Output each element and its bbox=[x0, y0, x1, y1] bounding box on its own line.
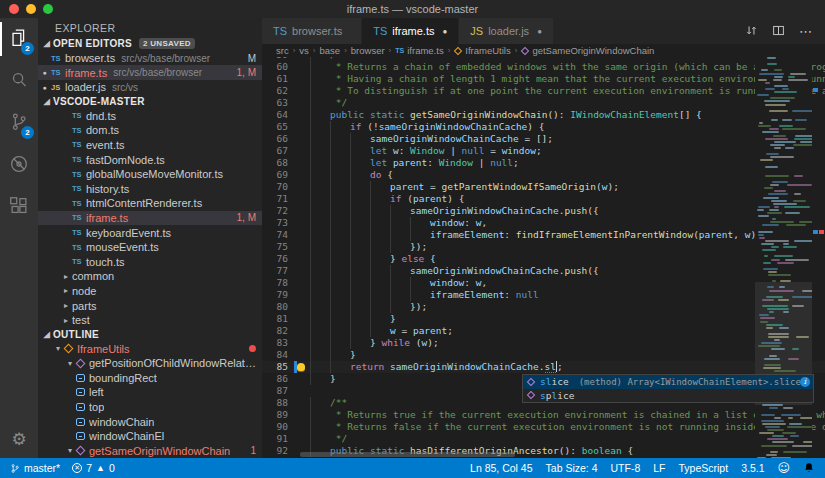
open-editors-header[interactable]: ◢ OPEN EDITORS 2 UNSAVED bbox=[38, 37, 262, 51]
breadcrumb-item[interactable]: getSameOriginWindowChain bbox=[521, 45, 654, 56]
tree-item-file[interactable]: TSdom.ts bbox=[38, 123, 262, 138]
activity-item-search[interactable] bbox=[0, 60, 38, 102]
outline-item[interactable]: ▾getSameOriginWindowChain1 bbox=[38, 443, 262, 458]
code-line[interactable]: 81} bbox=[262, 313, 825, 325]
code-line[interactable]: 62 * To distinguish if at one point the … bbox=[262, 85, 825, 97]
breadcrumb-item[interactable]: base bbox=[320, 45, 341, 56]
more-actions-icon[interactable]: ⋯ bbox=[799, 24, 813, 39]
tree-item-file[interactable]: TShtmlContentRenderer.ts bbox=[38, 196, 262, 211]
status-item-lf[interactable]: LF bbox=[653, 462, 665, 474]
code-line[interactable]: 72sameOriginWindowChainCache.push({ bbox=[262, 205, 825, 217]
dirty-dot-icon[interactable]: ● bbox=[442, 27, 447, 36]
tree-item-file[interactable]: TSkeyboardEvent.ts bbox=[38, 225, 262, 240]
dirty-dot-icon[interactable]: ● bbox=[537, 27, 542, 36]
breadcrumb-item[interactable]: vs bbox=[299, 45, 309, 56]
tree-item-file[interactable]: TSglobalMouseMoveMonitor.ts bbox=[38, 167, 262, 182]
code-line[interactable]: 85return sameOriginWindowChainCache.sl; bbox=[262, 361, 825, 373]
tree-item-file[interactable]: TSmouseEvent.ts bbox=[38, 240, 262, 255]
tree-item-file[interactable]: TStouch.ts bbox=[38, 254, 262, 269]
info-icon[interactable]: i bbox=[800, 377, 810, 387]
outline-item[interactable]: ▾IframeUtils bbox=[38, 341, 262, 356]
breadcrumb-item[interactable]: TSiframe.ts bbox=[395, 45, 443, 56]
code-line[interactable]: 82w = parent; bbox=[262, 325, 825, 337]
code-line[interactable]: 79iframeElement: null bbox=[262, 289, 825, 301]
open-editor-item[interactable]: TSbrowser.tssrc/vs/base/browserM bbox=[38, 51, 262, 66]
activity-item-explorer[interactable]: 2 bbox=[0, 18, 38, 60]
outline-header[interactable]: ◢ OUTLINE bbox=[38, 327, 262, 341]
maximize-window-button[interactable] bbox=[43, 4, 53, 14]
status-item-utf-8[interactable]: UTF-8 bbox=[611, 462, 641, 474]
settings-gear-icon[interactable]: ⚙ bbox=[0, 420, 38, 458]
code-line[interactable]: 60 * Returns a chain of embedded windows… bbox=[262, 61, 825, 73]
git-branch-status[interactable]: master* bbox=[10, 462, 60, 475]
status-item-ln-85-col-45[interactable]: Ln 85, Col 45 bbox=[470, 462, 532, 474]
breadcrumb-item[interactable]: IframeUtils bbox=[454, 45, 510, 56]
outline-item[interactable]: windowChain bbox=[38, 414, 262, 429]
code-line[interactable]: 75}); bbox=[262, 241, 825, 253]
code-line[interactable]: 68let parent: Window | null; bbox=[262, 157, 825, 169]
activity-item-debug[interactable] bbox=[0, 144, 38, 186]
tree-item-file[interactable]: TSevent.ts bbox=[38, 138, 262, 153]
code-line[interactable]: 71if (parent) { bbox=[262, 193, 825, 205]
tree-item-folder[interactable]: ▸node bbox=[38, 284, 262, 299]
tree-item-folder[interactable]: ▸common bbox=[38, 269, 262, 284]
editor-tab-browser-ts[interactable]: TSbrowser.ts bbox=[262, 18, 362, 44]
suggest-item-splice[interactable]: splice bbox=[523, 389, 813, 403]
code-line[interactable]: 84} bbox=[262, 349, 825, 361]
tree-item-folder[interactable]: ▸parts bbox=[38, 298, 262, 313]
breadcrumb-item[interactable]: src bbox=[276, 45, 289, 56]
code-line[interactable]: 80}); bbox=[262, 301, 825, 313]
split-editor-icon[interactable] bbox=[772, 24, 785, 39]
code-line[interactable]: 90 * Returns false if the current execut… bbox=[262, 421, 825, 433]
outline-item[interactable]: boundingRect bbox=[38, 370, 262, 385]
status-item-3-5-1[interactable]: 3.5.1 bbox=[741, 462, 764, 474]
open-changes-icon[interactable] bbox=[745, 24, 758, 39]
tree-item-file[interactable]: TSiframe.ts1, M bbox=[38, 211, 262, 226]
tree-item-file[interactable]: TSfastDomNode.ts bbox=[38, 152, 262, 167]
minimap-line bbox=[800, 141, 812, 143]
tree-item-file[interactable]: TShistory.ts bbox=[38, 181, 262, 196]
close-window-button[interactable] bbox=[9, 4, 19, 14]
editor-tab-iframe-ts[interactable]: TSiframe.ts● bbox=[362, 18, 459, 44]
folder-header[interactable]: ◢ VSCODE-MASTER bbox=[38, 95, 262, 109]
notifications-bell-icon[interactable] bbox=[803, 461, 815, 476]
outline-item[interactable]: top bbox=[38, 400, 262, 415]
status-item-tab-size-4[interactable]: Tab Size: 4 bbox=[546, 462, 598, 474]
outline-item[interactable]: ▾getPositionOfChildWindowRelativeToAnces… bbox=[38, 356, 262, 371]
lightbulb-icon[interactable] bbox=[297, 363, 305, 371]
code-line[interactable]: 70parent = getParentWindowIfSameOrigin(w… bbox=[262, 181, 825, 193]
code-line[interactable]: 78window: w, bbox=[262, 277, 825, 289]
feedback-smiley-icon[interactable]: ☺ bbox=[777, 461, 790, 475]
breadcrumb-item[interactable]: browser bbox=[351, 45, 385, 56]
code-line[interactable]: 63 */ bbox=[262, 97, 825, 109]
editor-tab-loader-js[interactable]: JSloader.js● bbox=[459, 18, 554, 44]
status-item-typescript[interactable]: TypeScript bbox=[679, 462, 729, 474]
problems-status[interactable]: ✕ 7 ▲ 0 bbox=[72, 462, 115, 474]
code-line[interactable]: 65if (!sameOriginWindowChainCache) { bbox=[262, 121, 825, 133]
code-line[interactable]: 74iframeElement: findIframeElementInPare… bbox=[262, 229, 825, 241]
code-line[interactable]: 67let w: Window | null = window; bbox=[262, 145, 825, 157]
outline-item[interactable]: left bbox=[38, 385, 262, 400]
activity-item-extensions[interactable] bbox=[0, 186, 38, 228]
tree-item-file[interactable]: TSdnd.ts bbox=[38, 109, 262, 124]
code-line[interactable]: 73window: w, bbox=[262, 217, 825, 229]
activity-item-source-control[interactable]: 2 bbox=[0, 102, 38, 144]
code-line[interactable]: 61 * Having a chain of length 1 might me… bbox=[262, 73, 825, 85]
horizontal-scrollbar[interactable] bbox=[300, 452, 515, 457]
code-line[interactable]: 66sameOriginWindowChainCache = []; bbox=[262, 133, 825, 145]
code-line[interactable]: 77sameOriginWindowChainCache.push({ bbox=[262, 265, 825, 277]
code-line[interactable]: 91 */ bbox=[262, 433, 825, 445]
code-line[interactable]: 69do { bbox=[262, 169, 825, 181]
open-editor-item[interactable]: ●TSiframe.tssrc/vs/base/browser1, M bbox=[38, 65, 262, 80]
code-line[interactable]: 64public static getSameOriginWindowChain… bbox=[262, 109, 825, 121]
open-editor-item[interactable]: ●JSloader.jssrc/vs bbox=[38, 80, 262, 95]
outline-item[interactable]: windowChainEl bbox=[38, 429, 262, 444]
suggest-item-slice[interactable]: slice(method) Array<IWindowChainElement>… bbox=[523, 375, 813, 389]
code-editor[interactable]: 59/**60 * Returns a chain of embedded wi… bbox=[262, 57, 825, 458]
code-line[interactable]: 76} else { bbox=[262, 253, 825, 265]
minimize-window-button[interactable] bbox=[26, 4, 36, 14]
code-line[interactable]: 89 * Returns true if the current executi… bbox=[262, 409, 825, 421]
minimap-line bbox=[757, 457, 766, 458]
code-line[interactable]: 83} while (w); bbox=[262, 337, 825, 349]
tree-item-folder[interactable]: ▸test bbox=[38, 313, 262, 328]
